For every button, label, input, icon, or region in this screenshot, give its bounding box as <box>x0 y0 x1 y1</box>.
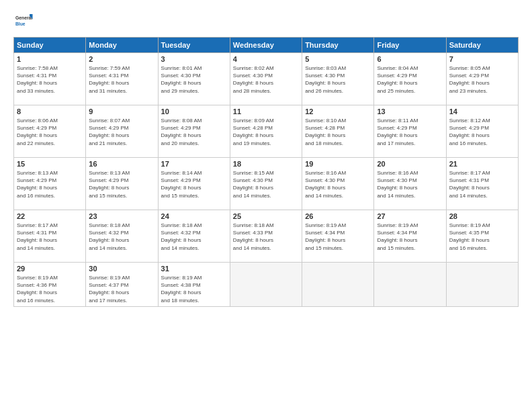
day-number: 29 <box>17 265 83 273</box>
table-row: 4 Sunrise: 8:02 AMSunset: 4:30 PMDayligh… <box>230 53 302 105</box>
day-number: 7 <box>449 55 515 63</box>
col-header-wednesday: Wednesday <box>230 38 302 53</box>
table-row: 9 Sunrise: 8:07 AMSunset: 4:29 PMDayligh… <box>86 105 158 158</box>
day-number: 16 <box>89 160 154 168</box>
table-row: 21 Sunrise: 8:17 AMSunset: 4:31 PMDaylig… <box>446 158 518 210</box>
col-header-saturday: Saturday <box>446 38 518 53</box>
day-number: 1 <box>17 55 83 63</box>
day-details: Sunrise: 8:18 AMSunset: 4:32 PMDaylight:… <box>161 222 202 251</box>
day-number: 28 <box>449 212 515 220</box>
col-header-tuesday: Tuesday <box>158 38 230 53</box>
table-row: 16 Sunrise: 8:13 AMSunset: 4:29 PMDaylig… <box>86 158 158 210</box>
table-row: 14 Sunrise: 8:12 AMSunset: 4:29 PMDaylig… <box>446 105 518 158</box>
day-number: 12 <box>305 107 371 116</box>
day-details: Sunrise: 8:19 AMSunset: 4:34 PMDaylight:… <box>377 222 418 251</box>
table-row: 30 Sunrise: 8:19 AMSunset: 4:37 PMDaylig… <box>86 263 158 307</box>
day-details: Sunrise: 8:17 AMSunset: 4:31 PMDaylight:… <box>449 170 490 199</box>
day-number: 17 <box>161 160 227 168</box>
table-row <box>230 263 302 307</box>
day-details: Sunrise: 8:18 AMSunset: 4:32 PMDaylight:… <box>89 222 130 251</box>
table-row <box>302 263 374 307</box>
day-number: 25 <box>233 212 299 220</box>
day-number: 4 <box>233 55 299 63</box>
day-details: Sunrise: 8:09 AMSunset: 4:28 PMDaylight:… <box>233 118 274 146</box>
calendar-week-5: 29 Sunrise: 8:19 AMSunset: 4:36 PMDaylig… <box>14 263 519 307</box>
table-row: 13 Sunrise: 8:11 AMSunset: 4:29 PMDaylig… <box>374 105 446 158</box>
table-row: 23 Sunrise: 8:18 AMSunset: 4:32 PMDaylig… <box>86 210 158 263</box>
day-details: Sunrise: 7:59 AMSunset: 4:31 PMDaylight:… <box>89 65 130 94</box>
day-details: Sunrise: 8:04 AMSunset: 4:29 PMDaylight:… <box>377 65 418 94</box>
day-details: Sunrise: 8:11 AMSunset: 4:29 PMDaylight:… <box>377 118 418 146</box>
day-number: 22 <box>17 212 83 220</box>
day-number: 31 <box>161 265 227 273</box>
day-details: Sunrise: 8:18 AMSunset: 4:33 PMDaylight:… <box>233 222 274 251</box>
calendar-table: SundayMondayTuesdayWednesdayThursdayFrid… <box>13 37 519 307</box>
calendar-week-1: 1 Sunrise: 7:58 AMSunset: 4:31 PMDayligh… <box>14 53 519 105</box>
day-number: 14 <box>449 107 515 116</box>
day-details: Sunrise: 8:19 AMSunset: 4:34 PMDaylight:… <box>305 222 346 251</box>
table-row: 24 Sunrise: 8:18 AMSunset: 4:32 PMDaylig… <box>158 210 230 263</box>
calendar-week-4: 22 Sunrise: 8:17 AMSunset: 4:31 PMDaylig… <box>14 210 519 263</box>
day-details: Sunrise: 8:14 AMSunset: 4:29 PMDaylight:… <box>161 170 202 199</box>
col-header-friday: Friday <box>374 38 446 53</box>
day-details: Sunrise: 8:06 AMSunset: 4:29 PMDaylight:… <box>17 118 58 146</box>
day-details: Sunrise: 8:05 AMSunset: 4:29 PMDaylight:… <box>449 65 490 94</box>
table-row: 1 Sunrise: 7:58 AMSunset: 4:31 PMDayligh… <box>14 53 86 105</box>
day-details: Sunrise: 8:03 AMSunset: 4:30 PMDaylight:… <box>305 65 346 94</box>
day-number: 9 <box>89 107 154 116</box>
day-details: Sunrise: 8:07 AMSunset: 4:29 PMDaylight:… <box>89 118 130 146</box>
svg-text:Blue: Blue <box>15 21 26 26</box>
col-header-monday: Monday <box>86 38 158 53</box>
day-number: 27 <box>377 212 443 220</box>
table-row: 25 Sunrise: 8:18 AMSunset: 4:33 PMDaylig… <box>230 210 302 263</box>
day-number: 5 <box>305 55 371 63</box>
table-row: 28 Sunrise: 8:19 AMSunset: 4:35 PMDaylig… <box>446 210 518 263</box>
table-row: 3 Sunrise: 8:01 AMSunset: 4:30 PMDayligh… <box>158 53 230 105</box>
day-number: 2 <box>89 55 154 63</box>
table-row: 7 Sunrise: 8:05 AMSunset: 4:29 PMDayligh… <box>446 53 518 105</box>
day-details: Sunrise: 8:19 AMSunset: 4:36 PMDaylight:… <box>17 275 58 304</box>
day-number: 8 <box>17 107 83 116</box>
logo: General Blue <box>13 10 34 30</box>
day-details: Sunrise: 8:16 AMSunset: 4:30 PMDaylight:… <box>305 170 346 199</box>
day-details: Sunrise: 8:01 AMSunset: 4:30 PMDaylight:… <box>161 65 202 94</box>
day-details: Sunrise: 8:13 AMSunset: 4:29 PMDaylight:… <box>17 170 58 199</box>
day-number: 3 <box>161 55 227 63</box>
table-row: 19 Sunrise: 8:16 AMSunset: 4:30 PMDaylig… <box>302 158 374 210</box>
day-number: 26 <box>305 212 371 220</box>
col-header-thursday: Thursday <box>302 38 374 53</box>
table-row: 29 Sunrise: 8:19 AMSunset: 4:36 PMDaylig… <box>14 263 86 307</box>
day-number: 21 <box>449 160 515 168</box>
day-details: Sunrise: 7:58 AMSunset: 4:31 PMDaylight:… <box>17 65 58 94</box>
day-details: Sunrise: 8:17 AMSunset: 4:31 PMDaylight:… <box>17 222 58 251</box>
table-row <box>446 263 518 307</box>
table-row: 12 Sunrise: 8:10 AMSunset: 4:28 PMDaylig… <box>302 105 374 158</box>
table-row: 10 Sunrise: 8:08 AMSunset: 4:29 PMDaylig… <box>158 105 230 158</box>
day-details: Sunrise: 8:12 AMSunset: 4:29 PMDaylight:… <box>449 118 490 146</box>
calendar-week-3: 15 Sunrise: 8:13 AMSunset: 4:29 PMDaylig… <box>14 158 519 210</box>
day-details: Sunrise: 8:19 AMSunset: 4:37 PMDaylight:… <box>89 275 130 304</box>
table-row: 15 Sunrise: 8:13 AMSunset: 4:29 PMDaylig… <box>14 158 86 210</box>
svg-rect-0 <box>15 11 33 30</box>
table-row: 2 Sunrise: 7:59 AMSunset: 4:31 PMDayligh… <box>86 53 158 105</box>
page: General Blue SundayMondayTuesdayWednesda… <box>0 0 532 411</box>
table-row: 6 Sunrise: 8:04 AMSunset: 4:29 PMDayligh… <box>374 53 446 105</box>
table-row: 11 Sunrise: 8:09 AMSunset: 4:28 PMDaylig… <box>230 105 302 158</box>
day-details: Sunrise: 8:19 AMSunset: 4:38 PMDaylight:… <box>161 275 202 304</box>
table-row: 17 Sunrise: 8:14 AMSunset: 4:29 PMDaylig… <box>158 158 230 210</box>
table-row: 31 Sunrise: 8:19 AMSunset: 4:38 PMDaylig… <box>158 263 230 307</box>
table-row <box>374 263 446 307</box>
general-blue-logo-icon: General Blue <box>13 10 34 30</box>
table-row: 20 Sunrise: 8:16 AMSunset: 4:30 PMDaylig… <box>374 158 446 210</box>
day-number: 13 <box>377 107 443 116</box>
day-details: Sunrise: 8:13 AMSunset: 4:29 PMDaylight:… <box>89 170 130 199</box>
table-row: 27 Sunrise: 8:19 AMSunset: 4:34 PMDaylig… <box>374 210 446 263</box>
calendar-body: 1 Sunrise: 7:58 AMSunset: 4:31 PMDayligh… <box>14 53 519 307</box>
day-number: 30 <box>89 265 154 273</box>
col-header-sunday: Sunday <box>14 38 86 53</box>
calendar-week-2: 8 Sunrise: 8:06 AMSunset: 4:29 PMDayligh… <box>14 105 519 158</box>
day-details: Sunrise: 8:19 AMSunset: 4:35 PMDaylight:… <box>449 222 490 251</box>
day-details: Sunrise: 8:15 AMSunset: 4:30 PMDaylight:… <box>233 170 274 199</box>
day-number: 18 <box>233 160 299 168</box>
day-number: 23 <box>89 212 154 220</box>
